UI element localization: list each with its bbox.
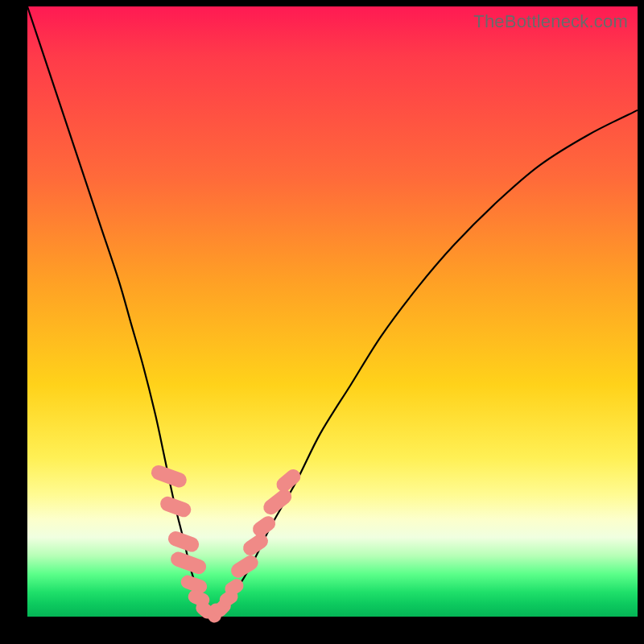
curve-marker xyxy=(274,466,303,494)
curve-marker xyxy=(159,494,193,519)
curve-marker xyxy=(166,529,200,554)
curve-marker xyxy=(149,463,188,489)
bottleneck-curve xyxy=(27,6,638,613)
plot-area: TheBottleneck.com xyxy=(27,6,638,617)
curve-svg xyxy=(27,6,638,617)
chart-frame: TheBottleneck.com xyxy=(0,0,644,644)
curve-marker xyxy=(169,550,208,576)
curve-markers xyxy=(149,463,303,624)
